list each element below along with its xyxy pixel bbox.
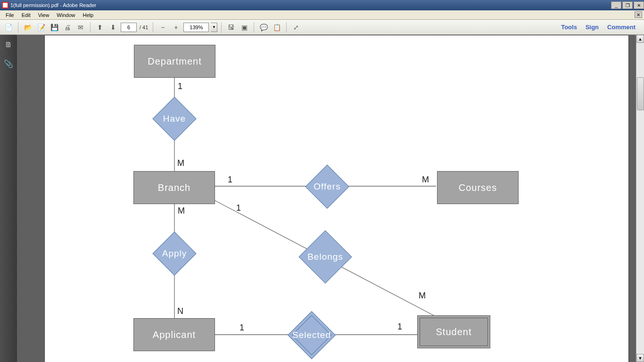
- zoom-dropdown-icon[interactable]: ▼: [211, 23, 217, 32]
- document-viewport: Department Branch Courses Applicant Stud…: [17, 35, 644, 362]
- save-copy-icon[interactable]: 🖫: [225, 22, 237, 33]
- highlight-icon[interactable]: 📋: [271, 22, 282, 33]
- main-area: 🗎 📎 Department Branch: [0, 35, 644, 362]
- pdf-icon: [2, 2, 8, 8]
- separator: [221, 22, 222, 33]
- entity-student: Student: [417, 315, 490, 348]
- rel-selected: Selected: [295, 318, 329, 352]
- entity-branch-label: Branch: [158, 182, 190, 193]
- scroll-thumb[interactable]: [637, 77, 644, 110]
- export-pdf-icon[interactable]: 📄: [3, 22, 14, 33]
- thumbnails-icon[interactable]: 🗎: [3, 40, 14, 50]
- card-selected-student: 1: [397, 322, 402, 332]
- card-branch-offers: 1: [228, 175, 232, 185]
- card-have-branch: M: [177, 158, 184, 168]
- read-mode-icon[interactable]: ⤢: [290, 22, 302, 33]
- window-title: 1(full permission).pdf - Adobe Reader: [10, 2, 96, 8]
- separator: [286, 22, 287, 33]
- card-offers-courses: M: [422, 175, 429, 185]
- separator: [153, 22, 153, 33]
- card-apply-applicant: N: [177, 306, 183, 316]
- print-icon[interactable]: 🖨: [62, 22, 73, 33]
- rel-offers: Offers: [312, 171, 343, 202]
- entity-courses-label: Courses: [459, 182, 497, 193]
- menu-view[interactable]: View: [34, 11, 53, 19]
- page-total-label: / 41: [140, 25, 148, 30]
- rel-offers-label: Offers: [314, 181, 340, 192]
- restore-button[interactable]: ❐: [622, 1, 633, 9]
- vertical-scrollbar[interactable]: ▲ ▼: [636, 35, 644, 362]
- menu-bar: File Edit View Window Help ✕: [0, 10, 644, 20]
- menu-window[interactable]: Window: [53, 11, 79, 19]
- entity-department-label: Department: [148, 56, 202, 67]
- menu-help[interactable]: Help: [79, 11, 97, 19]
- rel-belongs: Belongs: [306, 238, 344, 276]
- email-icon[interactable]: ✉: [75, 22, 86, 33]
- comment-bubble-icon[interactable]: 💬: [258, 22, 269, 33]
- menu-edit[interactable]: Edit: [18, 11, 34, 19]
- pdf-page: Department Branch Courses Applicant Stud…: [44, 35, 629, 362]
- snapshot-icon[interactable]: ▣: [239, 22, 250, 33]
- separator: [90, 22, 91, 33]
- card-applicant-selected: 1: [239, 323, 244, 333]
- scroll-up-icon[interactable]: ▲: [636, 35, 644, 43]
- minimize-button[interactable]: _: [611, 1, 621, 9]
- entity-applicant-label: Applicant: [153, 329, 196, 340]
- scroll-down-icon[interactable]: ▼: [636, 354, 644, 362]
- separator: [254, 22, 254, 33]
- entity-branch: Branch: [133, 171, 215, 204]
- rel-apply: Apply: [159, 238, 190, 269]
- er-diagram: Department Branch Courses Applicant Stud…: [45, 35, 628, 362]
- attachments-icon[interactable]: 📎: [3, 58, 14, 69]
- close-window-button[interactable]: ✕: [634, 1, 644, 9]
- entity-department: Department: [134, 45, 215, 78]
- title-bar: 1(full permission).pdf - Adobe Reader _ …: [0, 0, 644, 10]
- zoom-in-icon[interactable]: +: [170, 22, 182, 33]
- tools-link[interactable]: Tools: [561, 24, 577, 31]
- open-icon[interactable]: 📂: [22, 22, 33, 33]
- page-down-icon[interactable]: ⬇: [107, 22, 119, 33]
- separator: [18, 22, 18, 33]
- zoom-out-icon[interactable]: −: [157, 22, 168, 33]
- page-number-input[interactable]: [121, 23, 137, 32]
- toolbar: 📄 📂 📝 💾 🖨 ✉ ⬆ ⬇ / 41 − + 139% ▼ 🖫 ▣ 💬 📋 …: [0, 20, 644, 35]
- entity-applicant: Applicant: [133, 318, 215, 351]
- rel-selected-label: Selected: [292, 330, 331, 340]
- menu-file[interactable]: File: [2, 11, 18, 19]
- rel-belongs-label: Belongs: [307, 252, 343, 262]
- comment-link[interactable]: Comment: [607, 24, 636, 31]
- card-branch-belongs: 1: [236, 203, 241, 213]
- entity-student-label: Student: [436, 327, 472, 337]
- page-up-icon[interactable]: ⬆: [94, 22, 106, 33]
- rel-have-label: Have: [163, 114, 186, 124]
- rel-have: Have: [159, 103, 190, 134]
- nav-rail: 🗎 📎: [0, 35, 17, 362]
- entity-courses: Courses: [437, 171, 519, 204]
- save-icon[interactable]: 💾: [49, 22, 60, 33]
- close-document-button[interactable]: ✕: [635, 11, 642, 18]
- zoom-level-box[interactable]: 139%: [183, 23, 209, 32]
- rel-apply-label: Apply: [162, 248, 187, 259]
- card-dept-have: 1: [178, 82, 182, 91]
- card-belongs-student: M: [419, 291, 426, 301]
- zoom-level-label: 139%: [190, 25, 203, 30]
- card-branch-apply: M: [178, 206, 185, 216]
- create-pdf-icon[interactable]: 📝: [35, 22, 47, 33]
- sign-link[interactable]: Sign: [586, 24, 599, 31]
